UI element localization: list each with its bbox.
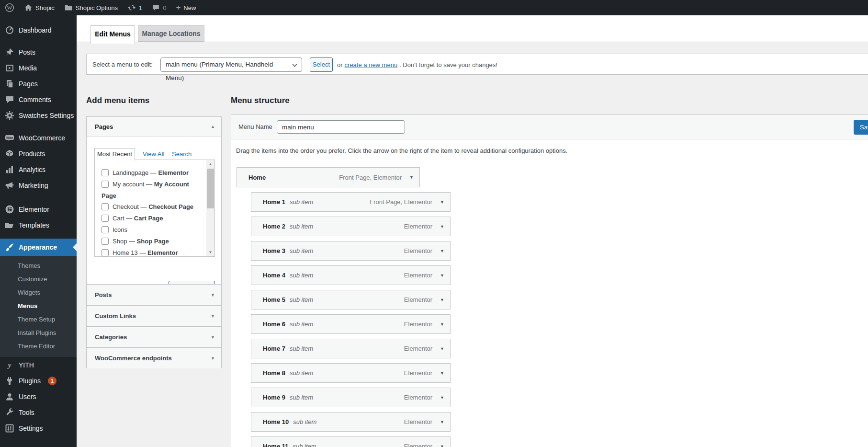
item-toggle-icon[interactable]: ▼ <box>440 249 444 253</box>
sidebar-item-products[interactable]: Products <box>0 146 77 161</box>
sidebar-item-swatches-settings[interactable]: Swatches Settings <box>0 107 77 123</box>
tab-search[interactable]: Search <box>172 148 192 160</box>
sidebar-item-plugins[interactable]: Plugins 1 <box>0 373 77 389</box>
shopic-options-menu[interactable]: Shopic Options <box>59 0 123 15</box>
chevron-down-icon[interactable]: ▼ <box>211 314 215 319</box>
sidebar-item-tools[interactable]: Tools <box>0 404 77 420</box>
sidebar-item-analytics[interactable]: Analytics <box>0 161 77 177</box>
sidebar-item-comments[interactable]: Comments <box>0 92 77 107</box>
tab-manage-locations[interactable]: Manage Locations <box>138 25 204 42</box>
scroll-up-icon[interactable]: ▲ <box>206 160 214 168</box>
sidebar-item-marketing[interactable]: Marketing <box>0 177 77 193</box>
sidebar-item-yith[interactable]: y YITH <box>0 357 77 373</box>
item-toggle-icon[interactable]: ▼ <box>440 224 444 229</box>
item-toggle-icon[interactable]: ▼ <box>440 298 444 302</box>
sidebar-label: Tools <box>19 409 34 416</box>
menu-item-home-6[interactable]: Home 6 sub item Elementor ▼ <box>251 314 451 334</box>
categories-section-header[interactable]: Categories ▼ <box>87 326 221 347</box>
item-toggle-icon[interactable]: ▼ <box>440 420 444 424</box>
checkbox[interactable] <box>101 203 109 210</box>
comments-menu[interactable]: 0 <box>147 0 171 15</box>
appearance-submenu: Themes Customize Widgets Menus Theme Set… <box>0 256 77 357</box>
pages-section-header[interactable]: Pages ▲ <box>87 117 221 136</box>
menu-item-home-7[interactable]: Home 7 sub item Elementor ▼ <box>251 339 451 358</box>
sidebar-label: Pages <box>19 80 38 88</box>
create-menu-text: or create a new menu . Don't forget to s… <box>337 54 497 75</box>
scrollbar[interactable]: ▲ ▼ <box>206 160 214 256</box>
select-button[interactable]: Select <box>310 57 333 72</box>
sidebar-item-media[interactable]: Media <box>0 60 77 76</box>
sidebar-label: Media <box>19 64 37 72</box>
woocommerce-endpoints-section-header[interactable]: WooCommerce endpoints ▼ <box>87 347 221 368</box>
sidebar-label: WooCommerce <box>19 134 65 142</box>
scroll-down-icon[interactable]: ▼ <box>206 248 214 256</box>
menu-item-home-3[interactable]: Home 3 sub item Elementor ▼ <box>251 241 451 261</box>
pin-icon <box>5 47 14 57</box>
menu-select-dropdown[interactable]: main menu (Primary Menu, Handheld Menu) <box>160 57 302 72</box>
pages-checklist: Landingpage — Elementor My account — My … <box>94 160 215 257</box>
item-toggle-icon[interactable]: ▼ <box>440 200 444 205</box>
item-toggle-icon[interactable]: ▼ <box>440 322 444 327</box>
menu-item-home-5[interactable]: Home 5 sub item Elementor ▼ <box>251 290 451 309</box>
paintbrush-icon <box>5 242 14 252</box>
submenu-item-themes[interactable]: Themes <box>0 259 77 273</box>
sidebar-item-users[interactable]: Users <box>0 389 77 404</box>
save-menu-button[interactable]: Save Menu <box>854 120 868 135</box>
create-new-menu-link[interactable]: create a new menu <box>345 61 398 69</box>
item-toggle-icon[interactable]: ▼ <box>440 346 444 351</box>
sidebar-label: Swatches Settings <box>19 112 74 119</box>
item-toggle-icon[interactable]: ▼ <box>440 273 444 278</box>
checkbox[interactable] <box>101 249 109 256</box>
item-toggle-icon[interactable]: ▼ <box>409 175 414 180</box>
sidebar-item-pages[interactable]: Pages <box>0 76 77 92</box>
bar-chart-icon <box>5 165 14 174</box>
menu-item-home-9[interactable]: Home 9 sub item Elementor ▼ <box>251 388 451 407</box>
checkbox[interactable] <box>101 181 109 188</box>
menu-item-home[interactable]: Home Front Page, Elementor ▼ <box>237 167 420 187</box>
chevron-down-icon[interactable]: ▼ <box>211 356 215 361</box>
item-toggle-icon[interactable]: ▼ <box>440 444 444 447</box>
posts-section-header[interactable]: Posts ▼ <box>87 284 221 305</box>
tab-most-recent[interactable]: Most Recent <box>94 148 135 160</box>
checkbox[interactable] <box>101 226 109 233</box>
submenu-item-theme-setup[interactable]: Theme Setup <box>0 313 77 326</box>
chevron-down-icon[interactable]: ▼ <box>211 335 215 340</box>
custom-links-section-header[interactable]: Custom Links ▼ <box>87 305 221 326</box>
or-text: or <box>337 61 343 69</box>
chevron-down-icon[interactable]: ▼ <box>211 293 215 298</box>
chevron-up-icon[interactable]: ▲ <box>211 124 215 129</box>
submenu-item-theme-editor[interactable]: Theme Editor <box>0 340 77 353</box>
sidebar-item-settings[interactable]: Settings <box>0 420 77 436</box>
new-content-menu[interactable]: + New <box>171 0 201 15</box>
tab-edit-menus[interactable]: Edit Menus <box>90 25 135 44</box>
menu-item-home-1[interactable]: Home 1 sub item Front Page, Elementor ▼ <box>251 192 451 212</box>
menu-item-home-4[interactable]: Home 4 sub item Elementor ▼ <box>251 265 451 285</box>
wordpress-logo-icon[interactable]: W <box>0 0 19 15</box>
scrollbar-thumb[interactable] <box>207 169 214 208</box>
menu-select-value: main menu (Primary Menu, Handheld Menu) <box>166 61 273 81</box>
checkbox[interactable] <box>101 215 109 222</box>
tab-view-all[interactable]: View All <box>143 148 164 160</box>
sidebar-item-posts[interactable]: Posts <box>0 44 77 60</box>
item-toggle-icon[interactable]: ▼ <box>440 395 444 400</box>
site-name-menu[interactable]: Shopic <box>19 0 59 15</box>
submenu-item-install-plugins[interactable]: Install Plugins <box>0 326 77 340</box>
sidebar-item-woocommerce[interactable]: Woo WooCommerce <box>0 130 77 146</box>
checkbox[interactable] <box>101 169 109 176</box>
sidebar-item-appearance[interactable]: Appearance <box>0 239 77 256</box>
submenu-item-widgets[interactable]: Widgets <box>0 286 77 299</box>
menu-item-home-11[interactable]: Home 11 sub item Elementor ▼ <box>251 436 451 447</box>
menu-item-home-2[interactable]: Home 2 sub item Elementor ▼ <box>251 217 451 236</box>
submenu-item-menus[interactable]: Menus <box>0 299 77 313</box>
menu-name-input[interactable] <box>277 120 405 134</box>
menu-item-home-10[interactable]: Home 10 sub item Elementor ▼ <box>251 412 451 432</box>
sidebar-item-dashboard[interactable]: Dashboard <box>0 22 77 38</box>
menu-item-home-8[interactable]: Home 8 sub item Elementor ▼ <box>251 363 451 383</box>
sidebar-item-templates[interactable]: Templates <box>0 217 77 233</box>
sidebar-item-elementor[interactable]: Elementor <box>0 201 77 217</box>
updates-menu[interactable]: 1 <box>123 0 147 15</box>
page-checkbox-item: Checkout — Checkout Page <box>101 201 200 213</box>
item-toggle-icon[interactable]: ▼ <box>440 371 444 376</box>
checkbox[interactable] <box>101 238 109 245</box>
submenu-item-customize[interactable]: Customize <box>0 273 77 286</box>
